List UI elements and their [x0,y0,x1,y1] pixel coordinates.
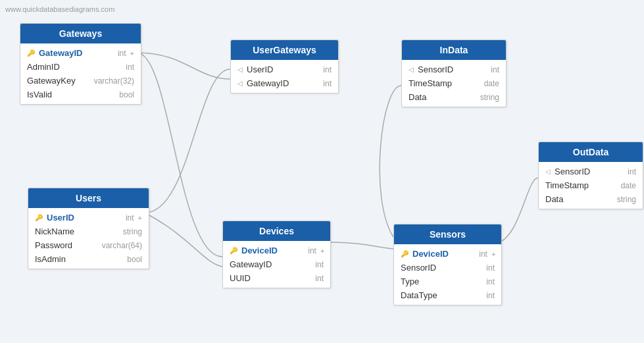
key-icon: 🔑 [27,49,35,57]
plus-icon: + [491,250,495,258]
table-row: SensorID int [394,261,501,275]
field-name: Type [401,277,456,286]
field-type: int [463,65,499,74]
table-row: 🔑 DeviceID int + [223,244,330,257]
field-type: int [287,260,324,269]
table-row: ◁ GatewayID int [231,76,338,90]
field-type: string [106,227,142,236]
field-name: SensorID [555,167,597,176]
devices-table: Devices 🔑 DeviceID int + GatewayID int U… [222,221,331,288]
outdata-table: OutData ◁ SensorID int TimeStamp date Da… [538,142,643,209]
field-name: SensorID [401,263,456,273]
table-row: 🔑 UserID int + [28,211,149,224]
table-row: IsAdmin bool [28,252,149,266]
outdata-body: ◁ SensorID int TimeStamp date Data strin… [539,162,643,209]
field-type: int [90,49,126,58]
key-icon: 🔑 [401,250,409,257]
table-row: ◁ SensorID int [402,63,506,76]
indata-body: ◁ SensorID int TimeStamp date Data strin… [402,60,506,107]
table-row: Password varchar(64) [28,238,149,252]
field-name: IsAdmin [35,254,103,264]
gateways-header: Gateways [20,24,141,43]
table-row: IsValid bool [20,88,141,101]
sensors-table: Sensors 🔑 DeviceID int + SensorID int Ty… [393,224,502,305]
usergateways-header: UserGateways [231,40,338,60]
sensors-header: Sensors [394,224,501,244]
usergateways-body: ◁ UserID int ◁ GatewayID int [231,60,338,93]
field-name: GatewayID [230,259,285,269]
indata-header: InData [402,40,506,60]
table-row: TimeStamp date [539,178,643,192]
devices-header: Devices [223,221,330,241]
field-name: DeviceID [412,249,449,259]
field-name: UserID [47,213,95,223]
field-type: int [98,213,134,223]
field-name: SensorID [418,65,460,74]
field-type: date [463,79,499,88]
field-name: Data [545,194,597,204]
watermark-text: www.quickdatabasediagrams.com [5,5,114,13]
indata-table: InData ◁ SensorID int TimeStamp date Dat… [401,40,507,107]
field-name: GatewayKey [27,76,91,86]
field-type: int [295,79,332,88]
usergateways-table: UserGateways ◁ UserID int ◁ GatewayID in… [230,40,339,93]
field-name: TimeStamp [409,78,460,88]
table-row: GatewayID int [223,257,330,271]
sensors-body: 🔑 DeviceID int + SensorID int Type int D… [394,244,501,305]
table-row: DataType int [394,288,501,302]
users-table: Users 🔑 UserID int + NickName string Pas… [28,188,149,269]
devices-body: 🔑 DeviceID int + GatewayID int UUID int [223,241,330,288]
table-row: Data string [539,192,643,206]
field-type: int [458,291,495,300]
plus-icon: + [320,247,324,255]
field-type: int [458,277,495,286]
field-type: varchar(32) [94,76,134,86]
field-type: int [458,263,495,273]
field-name: DeviceID [241,246,278,255]
field-name: TimeStamp [545,180,597,190]
field-type: bool [106,255,142,264]
field-name: GatewayID [39,48,87,58]
field-name: UUID [230,273,285,283]
fk-icon: ◁ [409,66,414,73]
key-icon: 🔑 [35,214,43,221]
field-type: date [600,181,636,190]
key-icon: 🔑 [230,247,237,254]
field-type: bool [98,90,134,99]
outdata-header: OutData [539,142,643,162]
table-row: GatewayKey varchar(32) [20,74,141,88]
table-row: Type int [394,275,501,288]
table-row: AdminID int [20,60,141,74]
field-type: int [287,274,324,283]
field-type: varchar(64) [102,241,142,250]
field-name: GatewayID [247,78,293,88]
field-type: string [600,195,636,204]
fk-icon: ◁ [545,168,551,175]
field-name: UserID [247,65,293,74]
gateways-body: 🔑 GatewayID int + AdminID int GatewayKey… [20,43,141,104]
field-name: AdminID [27,62,95,72]
fk-icon: ◁ [237,66,243,73]
field-name: Data [409,92,460,102]
table-row: 🔑 DeviceID int + [394,247,501,261]
table-row: Data string [402,90,506,104]
table-row: 🔑 GatewayID int + [20,46,141,60]
field-type: int [98,63,134,72]
table-row: ◁ SensorID int [539,165,643,178]
field-name: DataType [401,290,456,300]
table-row: NickName string [28,224,149,238]
field-type: int [600,167,636,176]
users-header: Users [28,188,149,208]
field-type: int [451,250,487,259]
field-type: int [280,246,316,255]
field-type: string [463,93,499,102]
table-row: ◁ UserID int [231,63,338,76]
field-name: IsValid [27,90,95,99]
table-row: UUID int [223,271,330,285]
gateways-table: Gateways 🔑 GatewayID int + AdminID int G… [20,23,141,105]
plus-icon: + [138,214,142,222]
field-name: NickName [35,226,103,236]
table-row: TimeStamp date [402,76,506,90]
plus-icon: + [130,49,134,57]
field-name: Password [35,240,99,250]
